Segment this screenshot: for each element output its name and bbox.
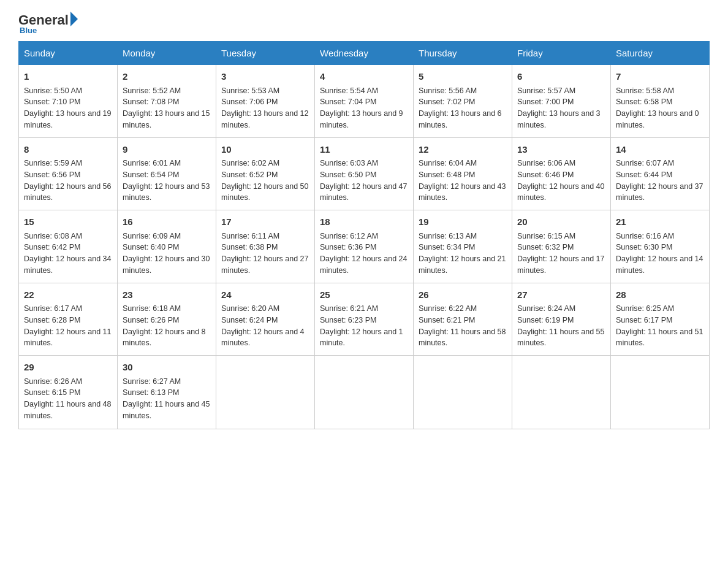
day-info: Sunrise: 6:01 AMSunset: 6:54 PMDaylight:…: [123, 158, 211, 204]
day-info: Sunrise: 6:26 AMSunset: 6:15 PMDaylight:…: [24, 376, 112, 422]
day-number: 18: [320, 215, 408, 229]
day-info: Sunrise: 6:25 AMSunset: 6:17 PMDaylight:…: [616, 303, 704, 349]
calendar-cell: 10Sunrise: 6:02 AMSunset: 6:52 PMDayligh…: [216, 137, 315, 210]
day-info: Sunrise: 6:27 AMSunset: 6:13 PMDaylight:…: [123, 376, 211, 422]
calendar-cell: 18Sunrise: 6:12 AMSunset: 6:36 PMDayligh…: [315, 210, 414, 283]
calendar-cell: 28Sunrise: 6:25 AMSunset: 6:17 PMDayligh…: [611, 283, 710, 356]
day-number: 30: [123, 361, 211, 375]
calendar-cell: 2Sunrise: 5:52 AMSunset: 7:08 PMDaylight…: [118, 65, 216, 138]
day-info: Sunrise: 6:21 AMSunset: 6:23 PMDaylight:…: [320, 303, 408, 349]
calendar-cell: 15Sunrise: 6:08 AMSunset: 6:42 PMDayligh…: [19, 210, 118, 283]
page-header: General Blue: [18, 12, 710, 35]
calendar-cell: [315, 356, 414, 429]
calendar-cell: [611, 356, 710, 429]
calendar-week-2: 8Sunrise: 5:59 AMSunset: 6:56 PMDaylight…: [19, 137, 710, 210]
calendar-cell: 30Sunrise: 6:27 AMSunset: 6:13 PMDayligh…: [118, 356, 216, 429]
calendar-cell: 24Sunrise: 6:20 AMSunset: 6:24 PMDayligh…: [216, 283, 315, 356]
day-info: Sunrise: 6:22 AMSunset: 6:21 PMDaylight:…: [419, 303, 507, 349]
day-number: 14: [616, 143, 704, 157]
calendar-cell: 23Sunrise: 6:18 AMSunset: 6:26 PMDayligh…: [118, 283, 216, 356]
day-number: 1: [24, 70, 112, 84]
calendar-cell: 20Sunrise: 6:15 AMSunset: 6:32 PMDayligh…: [512, 210, 611, 283]
calendar-cell: 7Sunrise: 5:58 AMSunset: 6:58 PMDaylight…: [611, 65, 710, 138]
day-number: 8: [24, 143, 112, 157]
day-number: 4: [320, 70, 408, 84]
calendar-cell: 12Sunrise: 6:04 AMSunset: 6:48 PMDayligh…: [414, 137, 512, 210]
weekday-header-saturday: Saturday: [611, 42, 710, 65]
calendar-cell: 27Sunrise: 6:24 AMSunset: 6:19 PMDayligh…: [512, 283, 611, 356]
calendar-week-1: 1Sunrise: 5:50 AMSunset: 7:10 PMDaylight…: [19, 65, 710, 138]
day-info: Sunrise: 5:52 AMSunset: 7:08 PMDaylight:…: [123, 85, 211, 131]
day-number: 5: [419, 70, 507, 84]
day-number: 28: [616, 288, 704, 302]
calendar-cell: 21Sunrise: 6:16 AMSunset: 6:30 PMDayligh…: [611, 210, 710, 283]
calendar-week-5: 29Sunrise: 6:26 AMSunset: 6:15 PMDayligh…: [19, 356, 710, 429]
day-number: 22: [24, 288, 112, 302]
calendar-cell: [414, 356, 512, 429]
calendar-cell: 4Sunrise: 5:54 AMSunset: 7:04 PMDaylight…: [315, 65, 414, 138]
calendar-week-3: 15Sunrise: 6:08 AMSunset: 6:42 PMDayligh…: [19, 210, 710, 283]
day-number: 12: [419, 143, 507, 157]
day-info: Sunrise: 5:54 AMSunset: 7:04 PMDaylight:…: [320, 85, 408, 131]
calendar-cell: [216, 356, 315, 429]
logo-arrow-icon: [70, 12, 78, 26]
day-info: Sunrise: 6:17 AMSunset: 6:28 PMDaylight:…: [24, 303, 112, 349]
day-number: 3: [221, 70, 309, 84]
day-info: Sunrise: 6:09 AMSunset: 6:40 PMDaylight:…: [123, 231, 211, 277]
calendar-cell: [512, 356, 611, 429]
calendar-cell: 13Sunrise: 6:06 AMSunset: 6:46 PMDayligh…: [512, 137, 611, 210]
weekday-header-row: SundayMondayTuesdayWednesdayThursdayFrid…: [19, 42, 710, 65]
calendar-cell: 5Sunrise: 5:56 AMSunset: 7:02 PMDaylight…: [414, 65, 512, 138]
calendar-cell: 22Sunrise: 6:17 AMSunset: 6:28 PMDayligh…: [19, 283, 118, 356]
day-info: Sunrise: 5:53 AMSunset: 7:06 PMDaylight:…: [221, 85, 309, 131]
weekday-header-monday: Monday: [118, 42, 216, 65]
calendar-cell: 1Sunrise: 5:50 AMSunset: 7:10 PMDaylight…: [19, 65, 118, 138]
day-info: Sunrise: 6:13 AMSunset: 6:34 PMDaylight:…: [419, 231, 507, 277]
day-number: 11: [320, 143, 408, 157]
weekday-header-wednesday: Wednesday: [315, 42, 414, 65]
day-info: Sunrise: 5:59 AMSunset: 6:56 PMDaylight:…: [24, 158, 112, 204]
weekday-header-sunday: Sunday: [19, 42, 118, 65]
day-number: 23: [123, 288, 211, 302]
day-info: Sunrise: 6:06 AMSunset: 6:46 PMDaylight:…: [517, 158, 605, 204]
calendar-cell: 8Sunrise: 5:59 AMSunset: 6:56 PMDaylight…: [19, 137, 118, 210]
calendar-cell: 6Sunrise: 5:57 AMSunset: 7:00 PMDaylight…: [512, 65, 611, 138]
day-number: 10: [221, 143, 309, 157]
day-number: 16: [123, 215, 211, 229]
logo-blue-text: Blue: [20, 26, 37, 35]
day-number: 2: [123, 70, 211, 84]
weekday-header-tuesday: Tuesday: [216, 42, 315, 65]
day-number: 15: [24, 215, 112, 229]
day-number: 6: [517, 70, 605, 84]
day-info: Sunrise: 6:02 AMSunset: 6:52 PMDaylight:…: [221, 158, 309, 204]
calendar-cell: 17Sunrise: 6:11 AMSunset: 6:38 PMDayligh…: [216, 210, 315, 283]
calendar-cell: 16Sunrise: 6:09 AMSunset: 6:40 PMDayligh…: [118, 210, 216, 283]
day-info: Sunrise: 6:04 AMSunset: 6:48 PMDaylight:…: [419, 158, 507, 204]
day-info: Sunrise: 6:03 AMSunset: 6:50 PMDaylight:…: [320, 158, 408, 204]
day-number: 26: [419, 288, 507, 302]
calendar-table: SundayMondayTuesdayWednesdayThursdayFrid…: [18, 41, 710, 429]
day-number: 19: [419, 215, 507, 229]
day-info: Sunrise: 6:18 AMSunset: 6:26 PMDaylight:…: [123, 303, 211, 349]
day-info: Sunrise: 5:50 AMSunset: 7:10 PMDaylight:…: [24, 85, 112, 131]
calendar-cell: 11Sunrise: 6:03 AMSunset: 6:50 PMDayligh…: [315, 137, 414, 210]
day-info: Sunrise: 6:07 AMSunset: 6:44 PMDaylight:…: [616, 158, 704, 204]
calendar-cell: 14Sunrise: 6:07 AMSunset: 6:44 PMDayligh…: [611, 137, 710, 210]
day-info: Sunrise: 6:16 AMSunset: 6:30 PMDaylight:…: [616, 231, 704, 277]
calendar-cell: 29Sunrise: 6:26 AMSunset: 6:15 PMDayligh…: [19, 356, 118, 429]
day-info: Sunrise: 6:20 AMSunset: 6:24 PMDaylight:…: [221, 303, 309, 349]
day-number: 25: [320, 288, 408, 302]
calendar-cell: 19Sunrise: 6:13 AMSunset: 6:34 PMDayligh…: [414, 210, 512, 283]
calendar-cell: 3Sunrise: 5:53 AMSunset: 7:06 PMDaylight…: [216, 65, 315, 138]
weekday-header-friday: Friday: [512, 42, 611, 65]
day-number: 27: [517, 288, 605, 302]
calendar-cell: 25Sunrise: 6:21 AMSunset: 6:23 PMDayligh…: [315, 283, 414, 356]
day-number: 21: [616, 215, 704, 229]
day-info: Sunrise: 6:08 AMSunset: 6:42 PMDaylight:…: [24, 231, 112, 277]
day-number: 20: [517, 215, 605, 229]
day-info: Sunrise: 6:12 AMSunset: 6:36 PMDaylight:…: [320, 231, 408, 277]
calendar-cell: 9Sunrise: 6:01 AMSunset: 6:54 PMDaylight…: [118, 137, 216, 210]
day-number: 24: [221, 288, 309, 302]
day-info: Sunrise: 5:58 AMSunset: 6:58 PMDaylight:…: [616, 85, 704, 131]
day-number: 29: [24, 361, 112, 375]
